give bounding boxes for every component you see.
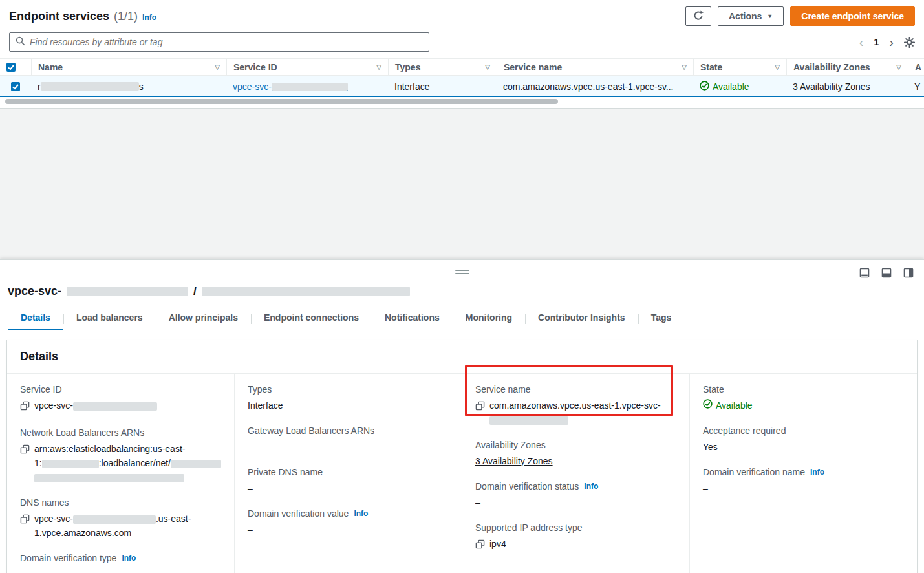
tab-endpoint-connections[interactable]: Endpoint connections [251, 307, 372, 330]
tab-tags[interactable]: Tags [638, 307, 685, 330]
column-header-name[interactable]: Name ▽ [31, 59, 226, 75]
cell-acceptance-cutoff: Y [908, 76, 924, 96]
refresh-button[interactable] [685, 6, 711, 26]
copy-icon[interactable] [20, 400, 30, 415]
tab-notifications[interactable]: Notifications [372, 307, 453, 330]
field-label: Service name [475, 384, 531, 395]
actions-dropdown-button[interactable]: Actions ▼ [718, 6, 784, 26]
title-prefix: vpce-svc- [8, 285, 61, 298]
field-label: Domain verification value [248, 508, 349, 519]
details-heading: Details [20, 350, 904, 363]
preferences-button[interactable] [904, 37, 915, 48]
field-label: Domain verification status [475, 481, 579, 492]
column-header-state[interactable]: State ▽ [693, 59, 786, 75]
select-all-checkbox[interactable] [0, 59, 31, 75]
cell-availability-zones: 3 Availability Zones [786, 76, 908, 96]
search-input[interactable] [30, 37, 423, 47]
scrollbar-thumb[interactable] [5, 99, 558, 104]
field-service-id: Service ID vpce-svc- [20, 384, 221, 415]
actions-label: Actions [729, 11, 762, 21]
column-header-service-id[interactable]: Service ID ▽ [226, 59, 388, 75]
field-label: Network Load Balancers ARNs [20, 427, 144, 438]
ip-type-value: ipv4 [489, 537, 506, 551]
redacted-lb-name [171, 460, 221, 468]
details-card-body: Service ID vpce-svc- Network Load Balanc… [7, 374, 917, 573]
filter-icon[interactable]: ▽ [775, 63, 780, 70]
tab-label: Tags [651, 312, 672, 323]
table-header: Name ▽ Service ID ▽ Types ▽ Service name… [0, 58, 924, 76]
column-header-types[interactable]: Types ▽ [388, 59, 497, 75]
column-header-service-name[interactable]: Service name ▽ [497, 59, 693, 75]
field-types: Types Interface [248, 384, 449, 413]
previous-page-button[interactable]: ‹ [859, 36, 864, 49]
column-header-availability-zones[interactable]: Availability Zones ▽ [786, 59, 908, 75]
field-label: Service ID [20, 384, 62, 395]
search-icon [16, 36, 25, 48]
column-label: Types [395, 62, 420, 72]
redacted-service-id [272, 83, 348, 91]
copy-icon[interactable] [20, 444, 30, 458]
redacted-title-name [202, 286, 410, 296]
horizontal-scrollbar [5, 99, 919, 105]
detail-tabs: Details Load balancers Allow principals … [0, 307, 924, 330]
nlb-arn-line1: arn:aws:elasticloadbalancing:us-east- [34, 444, 185, 454]
availability-zones-link[interactable]: 3 Availability Zones [793, 81, 870, 92]
info-link[interactable]: Info [122, 554, 136, 563]
endpoint-services-list-panel: Endpoint services (1/1) Info Actions ▼ C… [0, 0, 924, 109]
panel-collapse-icon[interactable] [859, 268, 870, 278]
field-availability-zones: Availability Zones 3 Availability Zones [475, 440, 676, 468]
tab-details[interactable]: Details [8, 307, 63, 330]
next-page-button[interactable]: › [889, 36, 894, 49]
column-label: State [700, 62, 722, 72]
panel-side-layout-icon[interactable] [903, 268, 914, 278]
tab-contributor-insights[interactable]: Contributor Insights [525, 307, 638, 330]
filter-icon[interactable]: ▽ [215, 63, 220, 70]
create-endpoint-service-button[interactable]: Create endpoint service [790, 6, 915, 26]
detail-split-panel: vpce-svc- / Details Load balancers Allow… [0, 259, 924, 573]
cell-state: Available [693, 76, 786, 96]
column-label: Name [38, 62, 63, 72]
info-link[interactable]: Info [584, 482, 598, 491]
field-state: State Available [703, 384, 904, 413]
copy-icon[interactable] [20, 514, 30, 528]
refresh-icon [693, 10, 704, 23]
field-label: Types [248, 384, 272, 395]
filter-icon[interactable]: ▽ [376, 63, 381, 70]
filter-icon[interactable]: ▽ [682, 63, 687, 70]
details-column-2: Types Interface Gateway Load Balancers A… [234, 374, 462, 573]
tab-label: Contributor Insights [538, 312, 625, 323]
nlb-arn-line2b: :loadbalancer/net/ [99, 458, 171, 468]
search-box[interactable] [9, 32, 429, 52]
cell-service-id: vpce-svc- [226, 76, 388, 96]
copy-icon[interactable] [475, 400, 485, 415]
table-row[interactable]: r s vpce-svc- Interface com.amazonaws.vp… [0, 76, 924, 97]
panel-bottom-layout-icon[interactable] [881, 268, 892, 278]
current-page-number[interactable]: 1 [874, 37, 879, 47]
filter-icon[interactable]: ▽ [896, 63, 901, 70]
field-dns-names: DNS names vpce-svc-.us-east- 1.vpce.amaz… [20, 497, 221, 540]
service-id-link[interactable]: vpce-svc- [233, 81, 348, 92]
service-name-value: com.amazonaws.vpce.us-east-1.vpce-sv... [503, 81, 674, 92]
tab-allow-principals[interactable]: Allow principals [156, 307, 251, 330]
acceptance-fragment: Y [914, 81, 920, 92]
info-link[interactable]: Info [810, 468, 824, 477]
types-value: Interface [394, 81, 429, 92]
tab-label: Allow principals [169, 312, 238, 323]
info-link[interactable]: Info [142, 13, 156, 22]
tab-load-balancers[interactable]: Load balancers [63, 307, 156, 330]
copy-icon[interactable] [475, 539, 485, 553]
detail-panel-title: vpce-svc- / [8, 285, 924, 298]
row-checkbox[interactable] [0, 76, 31, 96]
availability-zones-link[interactable]: 3 Availability Zones [475, 454, 553, 468]
column-header-acceptance-cutoff[interactable]: A [908, 59, 924, 75]
redacted-dns-id [73, 515, 156, 524]
info-link[interactable]: Info [354, 509, 368, 518]
split-panel-drag-handle[interactable] [455, 270, 469, 276]
types-value: Interface [248, 398, 283, 413]
filter-icon[interactable]: ▽ [485, 63, 490, 70]
field-domain-verification-value: Domain verification value Info – [248, 508, 449, 537]
tab-label: Details [21, 312, 50, 323]
page-title: Endpoint services [9, 10, 109, 23]
empty-background [0, 109, 924, 259]
tab-monitoring[interactable]: Monitoring [453, 307, 525, 330]
